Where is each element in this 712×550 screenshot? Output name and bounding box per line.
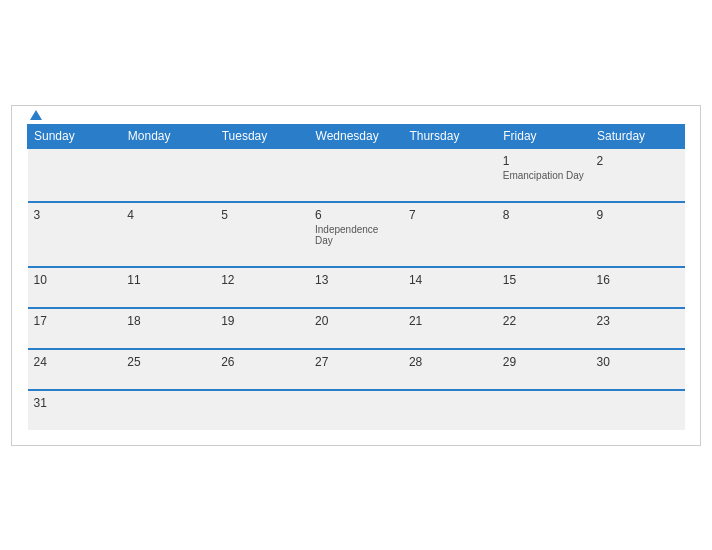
day-number: 17 <box>34 314 116 328</box>
calendar-cell: 2 <box>591 148 685 202</box>
day-number: 13 <box>315 273 397 287</box>
holiday-text: Emancipation Day <box>503 170 585 181</box>
day-number: 5 <box>221 208 303 222</box>
day-number: 22 <box>503 314 585 328</box>
calendar-cell: 6Independence Day <box>309 202 403 267</box>
weekday-header-friday: Friday <box>497 124 591 148</box>
calendar-cell: 26 <box>215 349 309 390</box>
calendar-cell: 31 <box>28 390 122 430</box>
day-number: 1 <box>503 154 585 168</box>
weekday-header-monday: Monday <box>121 124 215 148</box>
calendar-cell <box>591 390 685 430</box>
calendar-cell: 21 <box>403 308 497 349</box>
calendar-week-row: 24252627282930 <box>28 349 685 390</box>
day-number: 12 <box>221 273 303 287</box>
calendar-cell: 18 <box>121 308 215 349</box>
day-number: 6 <box>315 208 397 222</box>
day-number: 28 <box>409 355 491 369</box>
weekday-header-tuesday: Tuesday <box>215 124 309 148</box>
day-number: 19 <box>221 314 303 328</box>
calendar-cell <box>497 390 591 430</box>
logo <box>27 108 42 122</box>
calendar-week-row: 3456Independence Day789 <box>28 202 685 267</box>
calendar-cell <box>121 148 215 202</box>
calendar-cell: 25 <box>121 349 215 390</box>
weekday-header-thursday: Thursday <box>403 124 497 148</box>
calendar-cell: 17 <box>28 308 122 349</box>
calendar-cell: 1Emancipation Day <box>497 148 591 202</box>
day-number: 23 <box>597 314 679 328</box>
calendar-cell: 3 <box>28 202 122 267</box>
calendar-cell: 19 <box>215 308 309 349</box>
day-number: 25 <box>127 355 209 369</box>
day-number: 31 <box>34 396 116 410</box>
calendar-cell: 24 <box>28 349 122 390</box>
calendar-cell <box>215 390 309 430</box>
calendar-cell <box>309 148 403 202</box>
calendar-cell: 8 <box>497 202 591 267</box>
weekday-header-sunday: Sunday <box>28 124 122 148</box>
day-number: 29 <box>503 355 585 369</box>
day-number: 7 <box>409 208 491 222</box>
calendar-cell: 16 <box>591 267 685 308</box>
day-number: 4 <box>127 208 209 222</box>
calendar-cell: 4 <box>121 202 215 267</box>
logo-blue-text <box>27 108 42 122</box>
day-number: 24 <box>34 355 116 369</box>
calendar-cell: 13 <box>309 267 403 308</box>
calendar-cell: 11 <box>121 267 215 308</box>
day-number: 15 <box>503 273 585 287</box>
calendar-cell: 23 <box>591 308 685 349</box>
calendar-week-row: 1Emancipation Day2 <box>28 148 685 202</box>
day-number: 30 <box>597 355 679 369</box>
day-number: 14 <box>409 273 491 287</box>
day-number: 3 <box>34 208 116 222</box>
calendar-cell <box>403 148 497 202</box>
calendar-cell: 15 <box>497 267 591 308</box>
calendar-cell: 20 <box>309 308 403 349</box>
calendar-cell: 12 <box>215 267 309 308</box>
calendar-cell <box>215 148 309 202</box>
calendar-cell <box>121 390 215 430</box>
calendar-cell: 5 <box>215 202 309 267</box>
calendar-cell <box>309 390 403 430</box>
day-number: 11 <box>127 273 209 287</box>
day-number: 18 <box>127 314 209 328</box>
day-number: 8 <box>503 208 585 222</box>
calendar-cell <box>403 390 497 430</box>
calendar-cell: 30 <box>591 349 685 390</box>
day-number: 16 <box>597 273 679 287</box>
calendar-table: SundayMondayTuesdayWednesdayThursdayFrid… <box>27 124 685 430</box>
logo-triangle-icon <box>30 110 42 120</box>
day-number: 26 <box>221 355 303 369</box>
day-number: 2 <box>597 154 679 168</box>
calendar-cell: 14 <box>403 267 497 308</box>
calendar-cell: 29 <box>497 349 591 390</box>
calendar-week-row: 10111213141516 <box>28 267 685 308</box>
day-number: 10 <box>34 273 116 287</box>
day-number: 27 <box>315 355 397 369</box>
holiday-text: Independence Day <box>315 224 397 246</box>
calendar-cell: 9 <box>591 202 685 267</box>
calendar-cell: 10 <box>28 267 122 308</box>
calendar-cell <box>28 148 122 202</box>
weekday-header-saturday: Saturday <box>591 124 685 148</box>
day-number: 21 <box>409 314 491 328</box>
weekday-header-row: SundayMondayTuesdayWednesdayThursdayFrid… <box>28 124 685 148</box>
calendar-cell: 28 <box>403 349 497 390</box>
calendar-container: SundayMondayTuesdayWednesdayThursdayFrid… <box>11 105 701 446</box>
day-number: 20 <box>315 314 397 328</box>
calendar-week-row: 17181920212223 <box>28 308 685 349</box>
calendar-cell: 22 <box>497 308 591 349</box>
calendar-cell: 27 <box>309 349 403 390</box>
calendar-week-row: 31 <box>28 390 685 430</box>
weekday-header-wednesday: Wednesday <box>309 124 403 148</box>
calendar-cell: 7 <box>403 202 497 267</box>
day-number: 9 <box>597 208 679 222</box>
